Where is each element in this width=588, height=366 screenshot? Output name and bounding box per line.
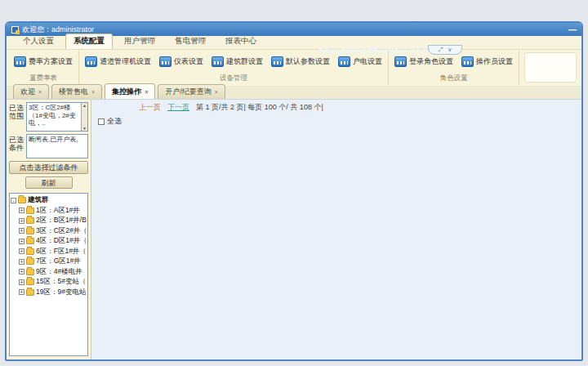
action-toolbar: 全选 xyxy=(98,116,581,127)
app-icon xyxy=(11,26,19,33)
folder-icon xyxy=(26,228,34,234)
tree-root[interactable]: - 建筑群 xyxy=(11,195,87,206)
close-icon[interactable]: × xyxy=(38,89,42,95)
menu-tab[interactable]: 系统配置 xyxy=(65,33,113,49)
expand-icon[interactable]: + xyxy=(19,228,24,234)
expand-icon[interactable]: + xyxy=(19,289,24,295)
folder-icon xyxy=(26,269,34,275)
ribbon-group-label: 置费率表 xyxy=(11,73,75,85)
ribbon-button[interactable]: 默认参数设置 xyxy=(269,55,332,69)
menu-tab[interactable]: 个人设置 xyxy=(15,33,62,49)
select-all-checkbox[interactable] xyxy=(98,118,105,125)
folder-icon xyxy=(18,197,26,203)
expand-icon[interactable]: + xyxy=(19,218,24,224)
menu-tab[interactable]: 报表中心 xyxy=(217,33,265,49)
select-all[interactable]: 全选 xyxy=(98,116,122,127)
next-page-link[interactable]: 下一页 xyxy=(167,102,189,113)
scroll-up-icon[interactable]: ▲ xyxy=(82,103,87,108)
select-all-label: 全选 xyxy=(107,116,122,127)
condition-listbox[interactable]: 断闸表,已开户表, xyxy=(26,134,88,158)
ribbon-empty-area xyxy=(524,52,577,83)
tree-root-label: 建筑群 xyxy=(28,195,49,205)
chevron-down-icon[interactable]: ∨ xyxy=(448,47,452,53)
scrollbar[interactable]: ▲ ▼ xyxy=(81,103,87,131)
close-icon[interactable]: × xyxy=(145,89,148,95)
tree-node-label: 6区：F区1#井（F区1#... xyxy=(36,247,87,257)
menu-tab[interactable]: 用户管理 xyxy=(116,33,163,49)
meter-icon xyxy=(461,56,474,67)
choose-filter-button[interactable]: 点击选择过滤条件 xyxy=(9,161,88,174)
scroll-down-icon[interactable]: ▼ xyxy=(82,126,87,131)
meter-icon xyxy=(271,56,283,67)
tree-node[interactable]: + 6区：F区1#井（F区1#... xyxy=(11,247,87,257)
window-controls[interactable]: ⤢ ∨ xyxy=(428,45,462,55)
desktop: 欢迎您：administrator — 智科福远程预付费配电监控管理系统 ⤢ ∨… xyxy=(0,0,588,366)
tree-node[interactable]: + 9区：4#楼电井（4#楼... xyxy=(11,267,87,278)
expand-icon[interactable]: + xyxy=(19,208,24,213)
building-tree: - 建筑群 + 1区：A区1#井 + 2区：B区1#井/B区1#井 + 3区：C… xyxy=(9,193,88,356)
expand-icon[interactable]: + xyxy=(19,239,24,244)
collapse-icon[interactable]: - xyxy=(11,198,16,203)
prev-page-link[interactable]: 上一页 xyxy=(139,102,161,113)
document-tab[interactable]: 欢迎 × xyxy=(13,84,49,99)
close-icon[interactable]: × xyxy=(91,89,95,95)
document-tab[interactable]: 开户/纪要查询 × xyxy=(158,84,225,99)
tree-node-label: 19区：9#变电站（2#... xyxy=(36,288,87,297)
meter-icon xyxy=(14,56,26,67)
expand-icon[interactable]: + xyxy=(19,248,24,254)
tree-node[interactable]: + 3区：C区2#井（1#变... xyxy=(11,226,87,237)
ribbon-button[interactable]: 通道管理机设置 xyxy=(82,55,154,69)
menu-bar: 个人设置系统配置用户管理售电管理报表中心 xyxy=(7,36,581,50)
window-body: 已选范围 3区：C区2#楼（1#变电，2#变电，.. ▲ ▼ 已选条件 断闸表,… xyxy=(7,100,581,359)
tree-node-label: 3区：C区2#井（1#变... xyxy=(36,226,87,236)
tree-node-label: 2区：B区1#井/B区1#井 xyxy=(36,216,87,225)
sidebar: 已选范围 3区：C区2#楼（1#变电，2#变电，.. ▲ ▼ 已选条件 断闸表,… xyxy=(7,100,91,359)
app-window: 欢迎您：administrator — 智科福远程预付费配电监控管理系统 ⤢ ∨… xyxy=(5,21,583,361)
meter-icon xyxy=(85,56,97,67)
pagination-info: 第 1 页/共 2 页| 每页 100 个/ 共 108 个| xyxy=(196,102,323,113)
ribbon-group: 通道管理机设置 仪表设置 建筑群设置 默认参数设置 户电设置 设备管理 xyxy=(79,51,389,85)
range-label: 已选范围 xyxy=(9,102,24,132)
document-tab[interactable]: 集控操作 × xyxy=(105,83,155,99)
tree-node[interactable]: + 4区：D区1#井（D区1... xyxy=(11,236,87,247)
folder-icon xyxy=(26,279,34,285)
ribbon-button[interactable]: 户电设置 xyxy=(336,55,385,69)
tree-node[interactable]: + 2区：B区1#井/B区1#井 xyxy=(11,216,87,226)
ribbon-button[interactable]: 操作员设置 xyxy=(459,55,515,69)
meter-icon xyxy=(338,56,350,67)
range-listbox[interactable]: 3区：C区2#楼（1#变电，2#变电，.. ▲ ▼ xyxy=(26,102,88,132)
folder-icon xyxy=(26,258,34,265)
app-title: 智科福远程预付费配电监控管理系统 xyxy=(318,47,430,56)
ribbon-button[interactable]: 登录角色设置 xyxy=(392,55,456,69)
document-tabs: 欢迎 × 楼管售电 × 集控操作 × 开户/纪要查询 × xyxy=(7,86,581,100)
menu-tab[interactable]: 售电管理 xyxy=(167,33,214,49)
document-tab[interactable]: 楼管售电 × xyxy=(51,84,102,99)
ribbon: 费率方案设置 置费率表 通道管理机设置 仪表设置 建筑群设置 默认参数设置 户电… xyxy=(7,50,581,86)
tree-node[interactable]: + 7区：G区1#井 xyxy=(11,257,87,267)
ribbon-button[interactable]: 仪表设置 xyxy=(157,55,206,69)
folder-icon xyxy=(26,208,34,214)
resize-icon[interactable]: ⤢ xyxy=(439,47,443,53)
room-card-grid xyxy=(91,127,581,132)
tree-node[interactable]: + 19区：9#变电站（2#... xyxy=(11,288,87,298)
tree-node[interactable]: + 15区：5#变站（3#变... xyxy=(11,277,87,288)
folder-icon xyxy=(26,289,34,296)
minimize-button[interactable]: — xyxy=(568,25,577,34)
main-panel: 上一页 下一页 第 1 页/共 2 页| 每页 100 个/ 共 108 个| … xyxy=(91,100,581,359)
tree-node[interactable]: + 1区：A区1#井 xyxy=(11,206,87,216)
expand-icon[interactable]: + xyxy=(19,279,24,285)
refresh-button[interactable]: 刷新 xyxy=(25,176,73,189)
condition-label: 已选条件 xyxy=(9,134,24,158)
expand-icon[interactable]: + xyxy=(19,269,24,274)
pagination: 上一页 下一页 第 1 页/共 2 页| 每页 100 个/ 共 108 个| xyxy=(139,102,581,113)
ribbon-button[interactable]: 费率方案设置 xyxy=(11,55,75,69)
ribbon-group-label: 角色设置 xyxy=(392,73,515,85)
close-icon[interactable]: × xyxy=(215,89,218,95)
meter-icon xyxy=(394,56,407,67)
expand-icon[interactable]: + xyxy=(19,259,24,265)
tree-node-label: 1区：A区1#井 xyxy=(36,206,80,216)
folder-icon xyxy=(26,248,34,255)
tree-node-label: 9区：4#楼电井（4#楼... xyxy=(36,267,87,277)
tree-node-label: 15区：5#变站（3#变... xyxy=(36,277,87,287)
ribbon-button[interactable]: 建筑群设置 xyxy=(209,55,265,69)
